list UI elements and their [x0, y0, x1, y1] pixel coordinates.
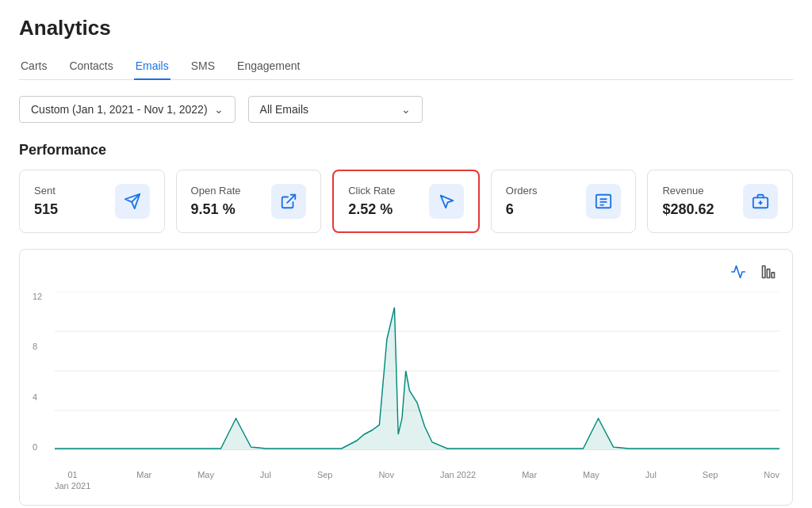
y-label-12: 12: [33, 292, 55, 301]
y-label-4: 4: [33, 392, 55, 402]
metrics-row: Sent 515 Open Rate 9.51 %: [19, 170, 793, 233]
metric-open-rate[interactable]: Open Rate 9.51 %: [176, 170, 322, 233]
tab-engagement[interactable]: Engagement: [236, 53, 301, 80]
y-label-0: 0: [33, 442, 55, 452]
x-label-sep2021: Sep: [317, 469, 333, 492]
page-title: Analytics: [19, 16, 793, 40]
sent-label: Sent: [34, 185, 58, 197]
revenue-label: Revenue: [662, 185, 714, 197]
revenue-value: $280.62: [662, 201, 714, 218]
tab-sms[interactable]: SMS: [190, 53, 216, 80]
metric-orders[interactable]: Orders 6: [491, 170, 637, 233]
chart-body: 12 8 4 0: [33, 292, 779, 466]
click-rate-value: 2.52 %: [348, 201, 395, 218]
open-rate-value: 9.51 %: [191, 201, 241, 218]
x-label-mar2022: Mar: [522, 469, 537, 492]
svg-rect-10: [763, 266, 765, 278]
tab-bar: Carts Contacts Emails SMS Engagement: [19, 53, 793, 80]
date-filter[interactable]: Custom (Jan 1, 2021 - Nov 1, 2022) ⌄: [19, 96, 236, 123]
click-icon: [429, 184, 464, 219]
x-label-jan2022: Jan 2022: [440, 469, 476, 492]
tab-carts[interactable]: Carts: [19, 53, 48, 80]
metric-sent[interactable]: Sent 515: [19, 170, 165, 233]
x-label-sep2022: Sep: [703, 469, 718, 492]
svg-marker-18: [55, 307, 779, 450]
line-chart-button[interactable]: [727, 262, 749, 285]
x-label-may2022: May: [583, 469, 599, 492]
open-icon: [271, 184, 306, 219]
x-label-jul2021: Jul: [260, 469, 271, 492]
tab-emails[interactable]: Emails: [134, 53, 170, 80]
y-axis-labels: 12 8 4 0: [33, 292, 55, 466]
email-filter-label: All Emails: [260, 103, 308, 116]
svg-line-2: [287, 195, 295, 203]
x-label-nov2021: Nov: [378, 469, 394, 492]
svg-rect-12: [772, 273, 774, 278]
x-axis-labels: 01 Jan 2021 Mar May Jul Sep Nov: [33, 469, 779, 492]
email-filter[interactable]: All Emails ⌄: [248, 96, 423, 123]
x-label-may2021: May: [197, 469, 214, 492]
orders-label: Orders: [506, 185, 538, 197]
metric-revenue[interactable]: Revenue $280.62: [647, 170, 793, 233]
chart-toolbar: [33, 262, 779, 285]
x-label-jul2022: Jul: [645, 469, 657, 492]
x-label-jan2021: 01 Jan 2021: [55, 469, 90, 492]
orders-value: 6: [506, 201, 538, 218]
date-filter-label: Custom (Jan 1, 2021 - Nov 1, 2022): [31, 103, 208, 116]
y-label-8: 8: [33, 342, 55, 351]
send-icon: [115, 184, 150, 219]
bar-chart-button[interactable]: [757, 262, 779, 285]
performance-title: Performance: [19, 142, 793, 159]
tab-contacts[interactable]: Contacts: [67, 53, 114, 80]
sent-value: 515: [34, 201, 58, 218]
svg-rect-11: [767, 269, 769, 278]
orders-icon: [586, 184, 621, 219]
x-label-nov2022: Nov: [764, 469, 779, 492]
page-container: Analytics Carts Contacts Emails SMS Enga…: [0, 0, 812, 508]
chart-plot: [55, 292, 779, 466]
revenue-icon: [743, 184, 778, 219]
click-rate-label: Click Rate: [348, 185, 395, 197]
email-filter-chevron: ⌄: [401, 103, 411, 116]
x-label-mar2021: Mar: [136, 469, 151, 492]
chart-container: 12 8 4 0: [19, 249, 793, 506]
metric-click-rate[interactable]: Click Rate 2.52 %: [332, 170, 480, 233]
chart-svg: [55, 292, 779, 450]
open-rate-label: Open Rate: [191, 185, 241, 197]
filter-bar: Custom (Jan 1, 2021 - Nov 1, 2022) ⌄ All…: [19, 96, 793, 123]
date-filter-chevron: ⌄: [214, 103, 224, 116]
